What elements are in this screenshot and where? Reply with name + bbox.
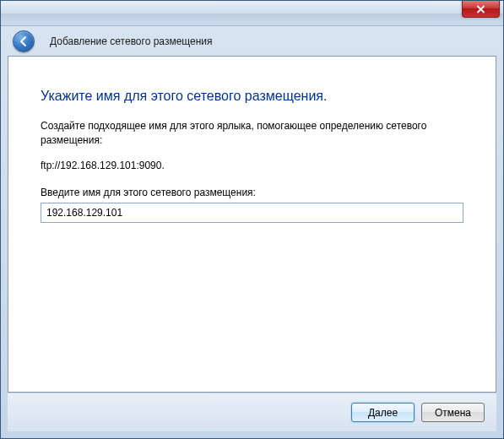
content-panel: Укажите имя для этого сетевого размещени… (8, 56, 496, 393)
network-address: ftp://192.168.129.101:9090. (41, 160, 463, 171)
input-label: Введите имя для этого сетевого размещени… (41, 187, 463, 198)
page-description: Создайте подходящее имя для этого ярлыка… (41, 119, 463, 148)
back-button[interactable] (13, 30, 35, 52)
close-button[interactable] (462, 1, 500, 18)
close-icon (476, 5, 485, 14)
location-name-input[interactable] (41, 203, 463, 223)
cancel-button[interactable]: Отмена (421, 403, 485, 422)
titlebar (1, 1, 503, 26)
wizard-title: Добавление сетевого размещения (50, 35, 213, 47)
next-button[interactable]: Далее (351, 403, 415, 422)
footer: Далее Отмена (8, 393, 496, 431)
back-arrow-icon (18, 35, 30, 47)
content-outer: Укажите имя для этого сетевого размещени… (1, 56, 503, 438)
header-row: Добавление сетевого размещения (1, 26, 503, 56)
page-heading: Укажите имя для этого сетевого размещени… (41, 89, 463, 104)
wizard-window: Добавление сетевого размещения Укажите и… (0, 0, 504, 439)
